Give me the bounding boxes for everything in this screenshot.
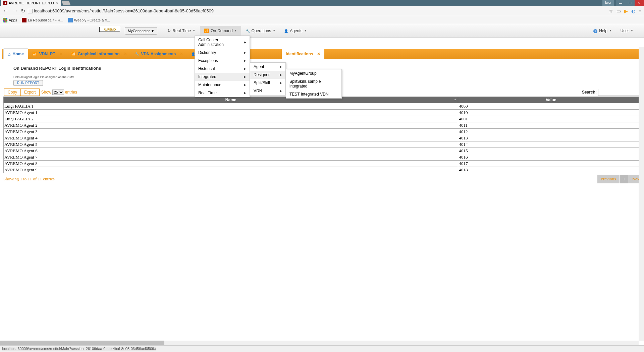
nav-agents[interactable]: Agents▼ (280, 26, 311, 36)
cell-name: Luigi PAGLIA 1 (4, 103, 458, 110)
tab-home[interactable]: Home (3, 48, 28, 59)
nav-help[interactable]: Help▼ (589, 26, 616, 36)
tab-graphical-information[interactable]: 📶Graphical Information✕ (67, 49, 131, 59)
submenu-item-splitskill[interactable]: Split/Skill▶ (250, 79, 285, 87)
submenu-item-agent[interactable]: Agent▶ (250, 63, 285, 71)
scrollbar-thumb[interactable] (0, 341, 164, 345)
cell-value: 4001 (458, 116, 644, 122)
menu-item-historical[interactable]: Historical▶ (195, 65, 250, 73)
submenu-item-splitskills-sample[interactable]: SplitSkills sample integrated (286, 77, 341, 90)
bookmark-star-icon[interactable]: ☆ (609, 8, 613, 14)
window-close-button[interactable]: ✕ (635, 0, 644, 6)
nav-realtime[interactable]: Real-Time▼ (163, 26, 199, 36)
page-number-button[interactable]: 1 (620, 175, 629, 183)
nav-operations[interactable]: Operations▼ (242, 26, 280, 36)
connector-selector[interactable]: MyConnector ▼ (125, 27, 157, 35)
copy-button[interactable]: Copy (4, 89, 21, 96)
cell-value: 4010 (458, 110, 644, 116)
ondemand-menu: Call Center Administration▶ Dictionary▶ … (195, 36, 250, 97)
submenu-item-designer[interactable]: Designer▶ (250, 71, 285, 79)
cell-value: 4014 (458, 141, 644, 148)
cell-name: AVREMO Agent 5 (4, 141, 458, 148)
tab-close-icon[interactable]: ✕ (59, 52, 63, 56)
table-row: AVREMO Agent 54014 (4, 141, 644, 148)
menu-item-call-center-admin[interactable]: Call Center Administration▶ (195, 36, 250, 49)
tab-close-icon[interactable]: × (56, 1, 58, 5)
table-row: AVREMO Agent 74016 (4, 154, 644, 161)
menu-item-integrated[interactable]: Integrated▶ (195, 73, 250, 81)
prev-page-button[interactable]: Previous (597, 175, 620, 183)
cell-value: 4000 (458, 103, 644, 110)
submenu-item-myagentgroup[interactable]: MyAgentGroup (286, 69, 341, 77)
entries-label: entries (65, 90, 77, 95)
chart-icon: 📶 (32, 52, 37, 56)
showing-info: Showing 1 to 11 of 11 entries (3, 176, 55, 182)
cell-name: AVREMO Agent 1 (4, 110, 458, 116)
app-logo: AVREMO (99, 27, 120, 32)
nav-ondemand[interactable]: 📶On-Demand▼ (200, 26, 241, 36)
cell-name: AVREMO Agent 6 (4, 148, 458, 154)
cell-name: AVREMO Agent 9 (4, 167, 458, 173)
tab-identifications[interactable]: Identifications✕ (282, 49, 324, 59)
table-row: AVREMO Agent 14010 (4, 110, 644, 116)
cell-name: AVREMO Agent 2 (4, 122, 458, 129)
menu-item-dictionary[interactable]: Dictionary▶ (195, 49, 250, 57)
wrench-icon (135, 52, 139, 56)
table-row: AVREMO Agent 94018 (4, 167, 644, 173)
tab-close-icon[interactable]: ✕ (317, 52, 320, 56)
apps-shortcut[interactable]: Apps (3, 18, 17, 22)
bookmark-item[interactable]: La Repubblica.it - H... (22, 18, 63, 22)
url-text[interactable]: localhost:60009/avremo/cms/restful/Main?… (34, 8, 606, 13)
menu-item-realtime[interactable]: Real-Time▶ (195, 89, 250, 97)
reload-button[interactable]: ↻ (21, 8, 25, 14)
tab-vdn-assignments[interactable]: VDN Assignments✕ (131, 49, 187, 59)
home-icon (8, 51, 10, 57)
horizontal-scrollbar[interactable] (0, 341, 639, 345)
cell-value: 4015 (458, 148, 644, 154)
submenu-item-test-integrated-vdn[interactable]: TEST Integrated VDN (286, 90, 341, 98)
menu-item-exceptions[interactable]: Exceptions▶ (195, 57, 250, 65)
cell-value: 4016 (458, 154, 644, 161)
window-maximize-button[interactable]: ☐ (625, 0, 635, 6)
export-button[interactable]: Export (20, 89, 40, 96)
os-user-badge: luigi (602, 0, 614, 6)
browser-tab[interactable]: A AVREMO REPORT EXPLO × (1, 0, 61, 6)
pagination: Previous 1 Next (597, 175, 644, 183)
extension-icon-2[interactable]: ◐ (631, 8, 635, 14)
vertical-scrollbar[interactable] (639, 47, 644, 341)
menu-button[interactable]: ≡ (639, 8, 641, 14)
tab-close-icon[interactable]: ✕ (124, 52, 127, 56)
cell-value: 4018 (458, 167, 644, 173)
tab-vdn-rt[interactable]: 📶VDN_RT✕ (28, 49, 67, 59)
help-icon (593, 28, 597, 33)
nav-user[interactable]: User▼ (616, 26, 637, 36)
sort-icon: ▲ (453, 98, 457, 101)
device-icon[interactable]: ▭ (616, 8, 621, 14)
run-report-button[interactable]: RUN REPORT (13, 80, 43, 86)
window-minimize-button[interactable]: — (616, 0, 625, 6)
bookmark-favicon-icon (68, 18, 73, 22)
column-header-name[interactable]: Name▲ (4, 97, 458, 103)
favicon-icon: A (3, 1, 7, 5)
chart-icon: 📶 (204, 28, 209, 33)
data-table: Name▲ Value♦ Luigi PAGLIA 14000AVREMO Ag… (3, 97, 644, 173)
address-bar: ← → ↻ localhost:60009/avremo/cms/restful… (0, 6, 644, 16)
browser-titlebar: luigi — ☐ ✕ (0, 0, 644, 6)
cell-name: AVREMO Agent 4 (4, 135, 458, 141)
menu-item-maintenance[interactable]: Maintenance▶ (195, 81, 250, 89)
page-icon (28, 9, 33, 13)
search-input[interactable] (598, 89, 643, 96)
submenu-item-vdn[interactable]: VDN▶ (250, 87, 285, 95)
browser-tab-title: AVREMO REPORT EXPLO (9, 1, 54, 5)
page-size-select[interactable]: 25 (52, 90, 64, 95)
new-tab-button[interactable] (61, 1, 70, 5)
table-footer: Showing 1 to 11 of 11 entries Previous 1… (3, 175, 644, 183)
tab-close-icon[interactable]: ✕ (180, 52, 183, 56)
extension-icon[interactable]: ▶ (624, 8, 628, 14)
nav-back-button[interactable]: ← (3, 7, 9, 14)
table-row: AVREMO Agent 64015 (4, 148, 644, 154)
cell-value: 4011 (458, 122, 644, 129)
nav-forward-button[interactable]: → (12, 7, 18, 14)
column-header-value[interactable]: Value♦ (458, 97, 644, 103)
bookmark-item[interactable]: Weebly - Create a fr... (68, 18, 110, 22)
